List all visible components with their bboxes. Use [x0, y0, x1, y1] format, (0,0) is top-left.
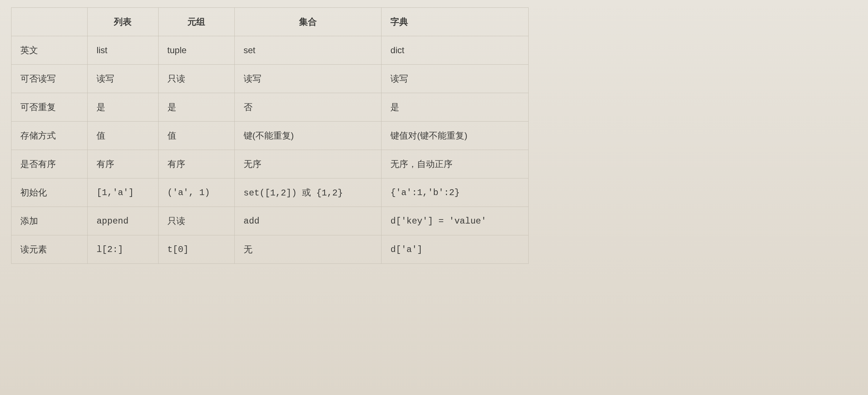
cell: 键值对(键不能重复) [382, 122, 529, 150]
cell: 有序 [88, 150, 158, 178]
row-label: 存储方式 [11, 122, 88, 150]
cell: 否 [234, 93, 382, 122]
header-tuple: 元组 [158, 8, 234, 36]
table-row: 存储方式 值 值 键(不能重复) 键值对(键不能重复) [11, 122, 529, 150]
table-row: 初始化 [1,'a'] ('a', 1) set([1,2]) 或 {1,2} … [11, 178, 529, 207]
table-row: 是否有序 有序 有序 无序 无序，自动正序 [11, 150, 529, 178]
cell: 读写 [234, 65, 382, 93]
cell: set([1,2]) 或 {1,2} [234, 178, 382, 207]
cell: dict [382, 36, 529, 65]
cell: 只读 [158, 65, 234, 93]
row-label: 初始化 [11, 178, 88, 207]
table-row: 可否读写 读写 只读 读写 读写 [11, 65, 529, 93]
cell: 读写 [382, 65, 529, 93]
header-blank [11, 8, 88, 36]
row-label: 可否读写 [11, 65, 88, 93]
cell: append [88, 207, 158, 235]
cell: {'a':1,'b':2} [382, 178, 529, 207]
row-label: 可否重复 [11, 93, 88, 122]
table-row: 可否重复 是 是 否 是 [11, 93, 529, 122]
cell: 值 [158, 122, 234, 150]
cell: 无序，自动正序 [382, 150, 529, 178]
header-set: 集合 [234, 8, 382, 36]
cell: 键(不能重复) [234, 122, 382, 150]
cell: tuple [158, 36, 234, 65]
cell: t[0] [158, 235, 234, 264]
cell: 是 [88, 93, 158, 122]
comparison-table: 列表 元组 集合 字典 英文 list tuple set dict 可否读写 … [11, 7, 529, 264]
cell: 只读 [158, 207, 234, 235]
cell: 读写 [88, 65, 158, 93]
cell: d['key'] = 'value' [382, 207, 529, 235]
cell: 是 [382, 93, 529, 122]
cell: 有序 [158, 150, 234, 178]
cell: ('a', 1) [158, 178, 234, 207]
cell: add [234, 207, 382, 235]
table-header-row: 列表 元组 集合 字典 [11, 8, 529, 36]
header-list: 列表 [88, 8, 158, 36]
cell: 是 [158, 93, 234, 122]
header-dict: 字典 [382, 8, 529, 36]
cell: list [88, 36, 158, 65]
cell: 无序 [234, 150, 382, 178]
cell: l[2:] [88, 235, 158, 264]
cell: 值 [88, 122, 158, 150]
row-label: 添加 [11, 207, 88, 235]
table-row: 读元素 l[2:] t[0] 无 d['a'] [11, 235, 529, 264]
row-label: 读元素 [11, 235, 88, 264]
cell: d['a'] [382, 235, 529, 264]
table-row: 英文 list tuple set dict [11, 36, 529, 65]
row-label: 英文 [11, 36, 88, 65]
cell: set [234, 36, 382, 65]
row-label: 是否有序 [11, 150, 88, 178]
cell: [1,'a'] [88, 178, 158, 207]
cell: 无 [234, 235, 382, 264]
table-row: 添加 append 只读 add d['key'] = 'value' [11, 207, 529, 235]
